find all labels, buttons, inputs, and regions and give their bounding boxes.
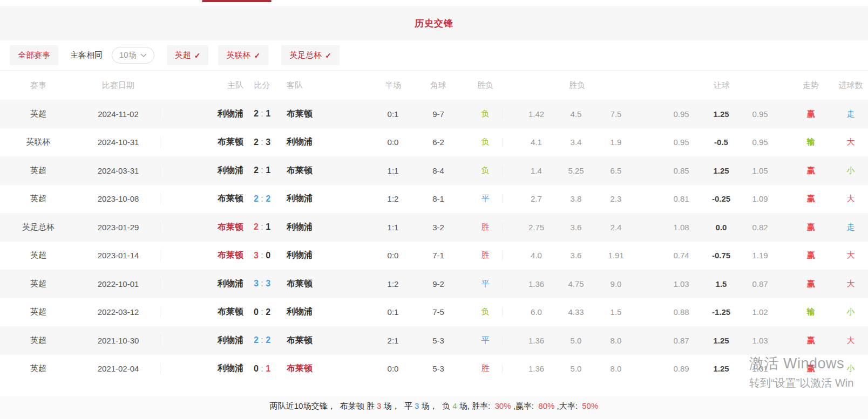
cell-odds-draw: 3.6 <box>556 251 596 260</box>
header-league: 赛事 <box>0 80 77 91</box>
cell-score: 2 : 3 <box>243 138 281 147</box>
cell-corners: 7-5 <box>408 307 469 317</box>
cell-odds-home: 1.36 <box>502 336 556 345</box>
summary-segment: 场, 胜率: <box>457 401 494 411</box>
cell-corners: 6-2 <box>408 138 469 147</box>
cell-corners: 9-7 <box>408 109 469 119</box>
cell-league: 英超 <box>0 335 77 346</box>
cell-result: 胜 <box>469 250 502 260</box>
cell-handicap-home: 0.81 <box>636 194 702 203</box>
summary-segment: 3 <box>415 401 419 410</box>
league-filter-button[interactable]: 英足总杯 ✓ <box>281 45 340 65</box>
summary-line: 两队近10场交锋， 布莱顿 胜 3 场， 平 3 场， 负 4 场, 胜率: 3… <box>0 396 868 419</box>
cell-odds-home: 1.42 <box>502 109 556 119</box>
cell-halftime-score: 1:2 <box>378 279 408 289</box>
cell-goals-total: 小 <box>833 363 868 374</box>
cell-halftime-score: 2:1 <box>378 336 408 345</box>
cell-corners: 7-1 <box>408 251 469 260</box>
cell-trend: 赢 <box>779 279 833 289</box>
cell-result: 平 <box>469 335 502 346</box>
header-away-team: 客队 <box>281 80 378 91</box>
cell-handicap-home: 0.88 <box>636 307 702 317</box>
cell-handicap-away: 1.01 <box>741 364 779 373</box>
cell-trend: 赢 <box>779 222 833 232</box>
cell-odds-home: 4.0 <box>502 251 556 260</box>
cell-score: 0 : 2 <box>243 307 281 317</box>
cell-league: 英超 <box>0 279 77 289</box>
cell-odds-draw: 4.5 <box>556 109 596 119</box>
cell-handicap-line: 1.5 <box>702 279 741 289</box>
cell-odds-away: 1.5 <box>596 307 636 317</box>
table-row[interactable]: 英足总杯 2023-01-29 布莱顿 2 : 1 利物浦 1:1 3-2 胜 … <box>0 213 868 242</box>
header-goals-total: 进球数 <box>833 80 868 91</box>
table-row[interactable]: 英超 2021-10-30 利物浦 2 : 2 布莱顿 2:1 5-3 平 1.… <box>0 326 868 355</box>
cell-odds-home: 6.0 <box>502 307 556 317</box>
all-events-filter-button[interactable]: 全部赛事 <box>10 45 58 65</box>
cell-goals-total: 大 <box>833 335 868 346</box>
table-row[interactable]: 英超 2023-01-14 布莱顿 3 : 0 利物浦 0:0 7-1 胜 4.… <box>0 242 868 270</box>
header-result: 胜负 <box>469 80 502 91</box>
cell-goals-total: 大 <box>833 250 868 260</box>
check-icon: ✓ <box>194 51 201 60</box>
table-row[interactable]: 英超 2022-03-12 布莱顿 0 : 2 利物浦 0:1 7-5 负 6.… <box>0 298 868 327</box>
league-filter-label: 英足总杯 <box>289 50 322 60</box>
check-icon: ✓ <box>325 51 331 60</box>
section-header: 历史交锋 <box>0 6 868 40</box>
cell-score: 3 : 0 <box>243 251 281 260</box>
cell-date: 2024-10-31 <box>77 138 160 147</box>
cell-league: 英超 <box>0 109 77 119</box>
cell-trend: 赢 <box>779 363 833 374</box>
cell-date: 2024-03-31 <box>77 166 160 175</box>
cell-corners: 8-4 <box>408 166 469 175</box>
cell-league: 英超 <box>0 166 77 176</box>
cell-corners: 8-1 <box>408 194 469 203</box>
table-row[interactable]: 英超 2024-11-02 利物浦 2 : 1 布莱顿 0:1 9-7 负 1.… <box>0 100 868 128</box>
cell-score: 2 : 1 <box>243 222 281 232</box>
cell-odds-draw: 3.6 <box>556 223 596 232</box>
cell-handicap-away: 0.87 <box>741 279 779 289</box>
summary-segment: 50% <box>582 401 598 410</box>
page-title: 历史交锋 <box>415 17 453 30</box>
table-row[interactable]: 英超 2024-03-31 利物浦 2 : 1 布莱顿 1:1 8-4 负 1.… <box>0 156 868 185</box>
cell-date: 2023-01-29 <box>77 223 160 232</box>
table-row[interactable]: 英超 2022-10-01 利物浦 3 : 3 布莱顿 1:2 9-2 平 1.… <box>0 270 868 298</box>
cell-league: 英超 <box>0 363 77 374</box>
cell-odds-away: 1.91 <box>596 251 636 260</box>
header-score: 比分 <box>243 80 281 91</box>
cell-trend: 赢 <box>779 194 833 204</box>
cell-trend: 赢 <box>779 250 833 260</box>
active-tab-underline <box>202 0 272 2</box>
cell-home-team: 布莱顿 <box>160 222 243 233</box>
history-head-to-head-panel: 历史交锋 全部赛事 主客相同 10场 英超 ✓ 英联杯 ✓ 英足总杯 ✓ 赛事 … <box>0 0 868 419</box>
header-handicap: 让球 <box>636 80 779 91</box>
league-filter-button[interactable]: 英超 ✓ <box>167 45 209 65</box>
cell-score: 3 : 3 <box>243 279 281 289</box>
all-events-label: 全部赛事 <box>18 50 50 60</box>
league-filter-button[interactable]: 英联杯 ✓ <box>218 45 268 65</box>
cell-odds-draw: 3.4 <box>556 138 596 147</box>
cell-odds-draw: 5.0 <box>556 336 596 345</box>
table-row[interactable]: 英超 2021-02-04 利物浦 0 : 1 布莱顿 0:0 5-3 胜 1.… <box>0 355 868 383</box>
cell-corners: 3-2 <box>408 223 469 232</box>
cell-halftime-score: 1:2 <box>378 194 408 203</box>
header-date: 比赛日期 <box>77 80 160 91</box>
table-header-row: 赛事 比赛日期 主队 比分 客队 半场 角球 胜负 胜负 让球 走势 进球数 <box>0 71 868 100</box>
match-count-dropdown[interactable]: 10场 <box>112 47 154 64</box>
header-corners: 角球 <box>408 80 469 91</box>
check-icon: ✓ <box>254 51 260 60</box>
cell-handicap-away: 1.02 <box>741 307 779 317</box>
cell-handicap-away: 1.19 <box>741 251 779 260</box>
home-away-same-toggle[interactable]: 主客相同 <box>70 50 103 60</box>
cell-away-team: 利物浦 <box>281 250 378 261</box>
cell-handicap-home: 0.85 <box>636 166 702 175</box>
cell-odds-home: 2.75 <box>502 223 556 232</box>
cell-home-team: 利物浦 <box>160 108 243 120</box>
cell-handicap-away: 1.09 <box>741 194 779 203</box>
cell-away-team: 布莱顿 <box>281 278 378 290</box>
summary-segment: ,赢率: <box>511 401 539 411</box>
cell-handicap-line: 1.25 <box>702 364 741 373</box>
table-row[interactable]: 英联杯 2024-10-31 布莱顿 2 : 3 利物浦 0:0 6-2 负 4… <box>0 128 868 157</box>
cell-score: 2 : 1 <box>243 109 281 119</box>
cell-date: 2021-02-04 <box>77 364 160 373</box>
table-row[interactable]: 英超 2023-10-08 布莱顿 2 : 2 利物浦 1:2 8-1 平 2.… <box>0 185 868 214</box>
